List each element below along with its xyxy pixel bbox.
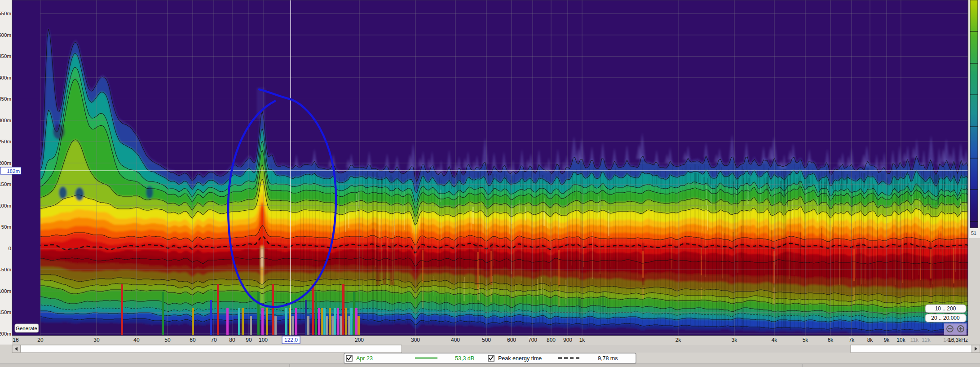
svg-text:182m: 182m [7, 168, 20, 174]
svg-text:100m: 100m [0, 203, 11, 208]
svg-text:20: 20 [37, 337, 44, 343]
svg-text:-200m: -200m [0, 331, 11, 336]
svg-text:50: 50 [164, 337, 171, 343]
svg-text:4k: 4k [772, 337, 778, 343]
svg-text:-100m: -100m [0, 288, 11, 294]
svg-text:150m: 150m [0, 181, 11, 187]
svg-text:-150m: -150m [0, 310, 11, 315]
svg-text:500: 500 [482, 337, 491, 343]
svg-text:16,3kHz: 16,3kHz [948, 337, 968, 343]
svg-text:200: 200 [355, 337, 364, 343]
svg-text:550m: 550m [0, 11, 11, 16]
svg-text:16: 16 [13, 337, 19, 343]
svg-text:-50m: -50m [0, 267, 11, 272]
svg-text:122,0: 122,0 [284, 337, 298, 343]
svg-text:250m: 250m [0, 139, 11, 144]
svg-text:700: 700 [528, 337, 537, 343]
svg-text:51: 51 [971, 230, 976, 236]
svg-text:2k: 2k [675, 337, 682, 343]
svg-text:53,3 dB: 53,3 dB [455, 355, 474, 362]
svg-text:12k: 12k [922, 337, 931, 343]
svg-text:350m: 350m [0, 96, 11, 102]
svg-text:10 .. 200: 10 .. 200 [935, 305, 956, 312]
svg-text:Generate: Generate [16, 326, 37, 331]
svg-text:400m: 400m [0, 75, 11, 80]
svg-text:100: 100 [259, 337, 268, 343]
svg-text:10k: 10k [896, 337, 905, 343]
svg-text:20 .. 20.000: 20 .. 20.000 [931, 315, 960, 321]
svg-text:600: 600 [507, 337, 516, 343]
svg-text:40: 40 [133, 337, 140, 343]
svg-text:3k: 3k [732, 337, 738, 343]
svg-text:300: 300 [411, 337, 420, 343]
svg-text:400: 400 [451, 337, 460, 343]
svg-text:Apr 23: Apr 23 [356, 355, 373, 362]
svg-text:7k: 7k [849, 337, 855, 343]
svg-text:9,78 ms: 9,78 ms [598, 355, 618, 362]
svg-text:80: 80 [229, 337, 235, 343]
svg-text:200m: 200m [0, 160, 11, 166]
svg-text:300m: 300m [0, 118, 11, 123]
svg-text:6k: 6k [828, 337, 834, 343]
svg-text:90: 90 [246, 337, 252, 343]
svg-text:50m: 50m [1, 224, 11, 230]
svg-text:60: 60 [190, 337, 196, 343]
svg-text:70: 70 [211, 337, 217, 343]
svg-text:11k: 11k [910, 337, 919, 343]
svg-text:8k: 8k [867, 337, 874, 343]
svg-text:900: 900 [563, 337, 572, 343]
svg-text:Peak energy time: Peak energy time [498, 355, 542, 362]
svg-text:30: 30 [93, 337, 100, 343]
svg-text:5k: 5k [803, 337, 809, 343]
svg-text:500m: 500m [0, 32, 11, 38]
svg-text:1k: 1k [579, 337, 586, 343]
svg-text:800: 800 [547, 337, 556, 343]
svg-text:0: 0 [9, 246, 11, 251]
svg-text:450m: 450m [0, 53, 11, 59]
svg-text:9k: 9k [884, 337, 890, 343]
